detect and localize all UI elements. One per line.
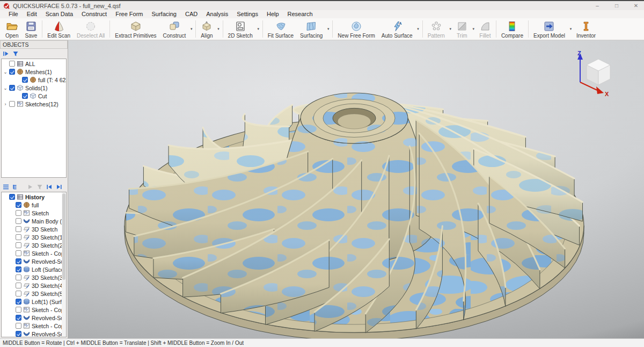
auto-surface-button[interactable]: AAuto Surface xyxy=(378,19,416,39)
tree-row-sketch[interactable]: Sketch xyxy=(2,209,66,217)
visibility-checkbox[interactable] xyxy=(16,202,21,208)
tree-row-solids-1[interactable]: ⌄Solids(1) xyxy=(2,84,66,92)
visibility-checkbox[interactable] xyxy=(16,299,21,305)
menu-free-form[interactable]: Free Form xyxy=(111,10,147,18)
visibility-checkbox[interactable] xyxy=(16,323,21,329)
save-button[interactable]: Save xyxy=(21,19,40,39)
navigation-cube[interactable]: Z X xyxy=(565,49,614,96)
visibility-checkbox[interactable] xyxy=(16,274,21,280)
visibility-checkbox[interactable] xyxy=(9,101,15,107)
viewport-3d[interactable]: Z X xyxy=(68,40,644,338)
tree-row-3d-sketch-5[interactable]: 3D Sketch(5) xyxy=(2,290,66,298)
tree-row-sketches-12[interactable]: ›Sketches(12) xyxy=(2,100,66,108)
visibility-checkbox[interactable] xyxy=(16,315,21,321)
construct-button[interactable]: Construct xyxy=(160,19,189,39)
surfacing-button[interactable]: Surfacing xyxy=(297,19,326,39)
menu-analysis[interactable]: Analysis xyxy=(202,10,232,18)
toolbar-button-label: Inventor xyxy=(576,33,596,39)
close-icon[interactable]: ✕ xyxy=(628,1,644,10)
menu-file[interactable]: File xyxy=(4,10,23,18)
tree-row-sketch-copy-1-cop[interactable]: Sketch - Copy(1) - Cop xyxy=(2,306,66,314)
tree-row-full[interactable]: full xyxy=(2,201,66,209)
visibility-checkbox[interactable] xyxy=(16,331,21,337)
objects-isolate-icon[interactable] xyxy=(2,50,10,58)
visibility-checkbox[interactable] xyxy=(16,266,21,272)
extract-primitives-button[interactable]: Extract Primitives xyxy=(112,19,159,39)
align-button[interactable]: Align xyxy=(197,19,216,39)
visibility-checkbox[interactable] xyxy=(16,218,21,224)
tree-row-full-t-4-622-158[interactable]: full (T: 4 622 158) xyxy=(2,76,66,84)
new-free-form-button[interactable]: New Free Form xyxy=(334,19,378,39)
menu-construct[interactable]: Construct xyxy=(77,10,111,18)
2d-sketch-dropdown[interactable]: ▾ xyxy=(256,27,261,31)
menu-surfacing[interactable]: Surfacing xyxy=(148,10,181,18)
menu-help[interactable]: Help xyxy=(262,10,283,18)
visibility-checkbox[interactable] xyxy=(16,283,21,288)
fit-surface-button[interactable]: Fit Surface xyxy=(265,19,297,39)
history-skip-last-icon[interactable] xyxy=(55,183,63,191)
visibility-checkbox[interactable] xyxy=(22,77,28,83)
visibility-checkbox[interactable] xyxy=(16,307,21,313)
tree-row-history[interactable]: History xyxy=(2,193,66,201)
compare-button[interactable]: Compare xyxy=(498,19,526,39)
menu-edit[interactable]: Edit xyxy=(23,10,41,18)
tree-row-sketch-copy-copy[interactable]: Sketch - Copy - Copy xyxy=(2,322,66,330)
visibility-checkbox[interactable] xyxy=(9,85,15,91)
visibility-checkbox[interactable] xyxy=(16,234,21,240)
history-list-view-icon[interactable] xyxy=(2,183,10,191)
construct-dropdown[interactable]: ▾ xyxy=(189,27,194,31)
export-model-button[interactable]: Export Model xyxy=(530,19,568,39)
edit-scan-button[interactable]: Edit Scan xyxy=(44,19,74,39)
expander-open-icon[interactable]: ⌄ xyxy=(3,70,8,74)
expander-open-icon[interactable]: ⌄ xyxy=(3,86,8,90)
mesh-icon xyxy=(23,201,30,208)
open-button[interactable]: Open xyxy=(2,19,21,39)
tree-row-revolved-surface-1-s[interactable]: Revolved-Surface(1) (S xyxy=(2,257,66,265)
visibility-checkbox[interactable] xyxy=(22,93,28,99)
tree-row-3d-sketch[interactable]: 3D Sketch xyxy=(2,225,66,233)
visibility-checkbox[interactable] xyxy=(16,258,21,264)
history-scrollbar-thumb[interactable] xyxy=(62,193,65,280)
visibility-checkbox[interactable] xyxy=(16,250,21,256)
tree-row-3d-sketch-2[interactable]: 3D Sketch(2) xyxy=(2,241,66,249)
pattern-dropdown[interactable]: ▾ xyxy=(448,27,453,31)
history-scrollbar[interactable] xyxy=(62,192,66,337)
objects-filter-icon[interactable] xyxy=(11,50,19,58)
align-dropdown[interactable]: ▾ xyxy=(216,27,221,31)
surfacing-dropdown[interactable]: ▾ xyxy=(326,27,331,31)
visibility-checkbox[interactable] xyxy=(16,291,21,297)
auto-surface-dropdown[interactable]: ▾ xyxy=(416,27,421,31)
tree-row-meshes-1[interactable]: ⌄Meshes(1) xyxy=(2,68,66,76)
tree-row-loft-surface-body[interactable]: Loft (Surface Body) xyxy=(2,265,66,273)
menu-scan-data[interactable]: Scan Data xyxy=(41,10,77,18)
menu-settings[interactable]: Settings xyxy=(232,10,262,18)
menu-cad[interactable]: CAD xyxy=(181,10,202,18)
tree-row-revolved-surface-4-s[interactable]: Revolved-Surface(4) (S xyxy=(2,330,66,337)
history-skip-first-icon[interactable] xyxy=(45,183,53,191)
inventor-button[interactable]: Inventor xyxy=(573,19,599,39)
tree-row-cut[interactable]: Cut xyxy=(2,92,66,100)
visibility-checkbox[interactable] xyxy=(9,194,15,200)
tree-row-3d-sketch-1[interactable]: 3D Sketch(1) xyxy=(2,233,66,241)
trim-dropdown[interactable]: ▾ xyxy=(471,27,476,31)
expander-closed-icon[interactable]: › xyxy=(3,102,8,106)
2d-sketch-button[interactable]: 2D Sketch xyxy=(225,19,256,39)
visibility-checkbox[interactable] xyxy=(16,226,21,232)
tree-row-sketch-copy[interactable]: Sketch - Copy xyxy=(2,249,66,257)
tree-row-3d-sketch-4[interactable]: 3D Sketch(4) xyxy=(2,281,66,290)
tree-row-revolved-surface-3-s[interactable]: Revolved-Surface(3) (S xyxy=(2,314,66,322)
visibility-checkbox[interactable] xyxy=(16,210,21,216)
history-tree-view-icon[interactable] xyxy=(11,183,19,191)
impeller-scan-model[interactable] xyxy=(68,40,644,338)
maximize-icon[interactable]: □ xyxy=(609,1,625,10)
minimize-icon[interactable]: – xyxy=(589,1,605,10)
tree-row-main-body-solid-body[interactable]: Main Body (Solid Body xyxy=(2,217,66,225)
menu-research[interactable]: Research xyxy=(283,10,317,18)
visibility-checkbox[interactable] xyxy=(9,69,15,75)
tree-row-all[interactable]: ALL xyxy=(2,60,66,68)
tree-row-loft-1-surface-body[interactable]: Loft(1) (Surface Body) xyxy=(2,298,66,306)
tree-row-3d-sketch-3[interactable]: 3D Sketch(3) xyxy=(2,273,66,281)
export-model-dropdown[interactable]: ▾ xyxy=(568,27,573,31)
visibility-checkbox[interactable] xyxy=(16,242,21,248)
visibility-checkbox[interactable] xyxy=(9,61,15,67)
